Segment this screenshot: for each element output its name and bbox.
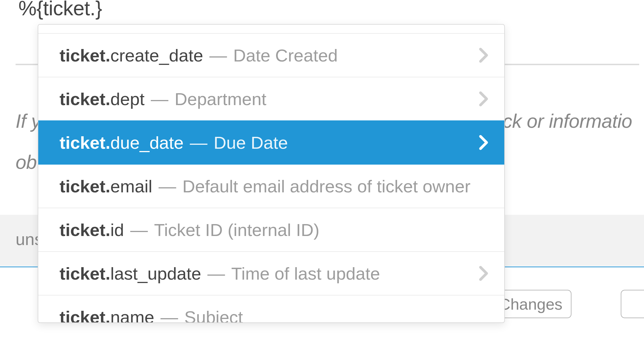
item-prefix: ticket. xyxy=(60,263,110,284)
autocomplete-item-create_date[interactable]: ticket.create_date — Date Created xyxy=(38,33,504,77)
chevron-right-icon xyxy=(479,91,488,107)
autocomplete-item-name[interactable]: ticket.name — Subject xyxy=(38,295,504,323)
chevron-right-icon xyxy=(479,135,488,150)
item-dash: — xyxy=(145,89,175,109)
item-prefix: ticket. xyxy=(60,176,110,196)
item-prefix: ticket. xyxy=(60,220,110,240)
item-description: Due Date xyxy=(214,133,288,153)
item-suffix: last_update xyxy=(110,263,201,284)
item-suffix: id xyxy=(110,220,124,240)
autocomplete-item-id[interactable]: ticket.id — Ticket ID (internal ID) xyxy=(38,208,504,251)
item-suffix: create_date xyxy=(110,45,203,65)
item-description: Default email address of ticket owner xyxy=(182,176,471,196)
item-prefix: ticket. xyxy=(60,89,110,109)
item-suffix: due_date xyxy=(110,133,184,153)
item-description: Department xyxy=(175,89,266,109)
chevron-right-icon xyxy=(479,48,488,63)
item-dash: — xyxy=(184,133,214,153)
item-description: Subject xyxy=(184,307,243,323)
item-description: Time of last update xyxy=(231,263,380,284)
item-dash: — xyxy=(152,176,182,196)
autocomplete-item-dept[interactable]: ticket.dept — Department xyxy=(38,77,504,120)
item-dash: — xyxy=(201,263,231,284)
item-suffix: name xyxy=(110,307,154,323)
autocomplete-dropdown[interactable]: ticket.close_date — Date Closedticket.cr… xyxy=(38,24,505,323)
item-description: Ticket ID (internal ID) xyxy=(154,220,319,240)
chevron-right-icon xyxy=(479,266,488,281)
variable-input-text[interactable]: %{ticket.} xyxy=(18,0,102,20)
item-suffix: email xyxy=(110,176,152,196)
autocomplete-item-email[interactable]: ticket.email — Default email address of … xyxy=(38,164,504,208)
autocomplete-item-last_update[interactable]: ticket.last_update — Time of last update xyxy=(38,251,504,295)
item-dash: — xyxy=(203,45,233,65)
item-description: Date Created xyxy=(233,45,338,65)
item-prefix: ticket. xyxy=(60,307,110,323)
item-dash: — xyxy=(124,220,154,240)
item-suffix: dept xyxy=(110,89,145,109)
item-prefix: ticket. xyxy=(60,133,110,153)
item-prefix: ticket. xyxy=(60,45,110,65)
autocomplete-item-close_date[interactable]: ticket.close_date — Date Closed xyxy=(38,24,504,33)
autocomplete-item-due_date[interactable]: ticket.due_date — Due Date xyxy=(38,120,504,164)
secondary-button[interactable] xyxy=(621,290,644,318)
item-dash: — xyxy=(154,307,184,323)
